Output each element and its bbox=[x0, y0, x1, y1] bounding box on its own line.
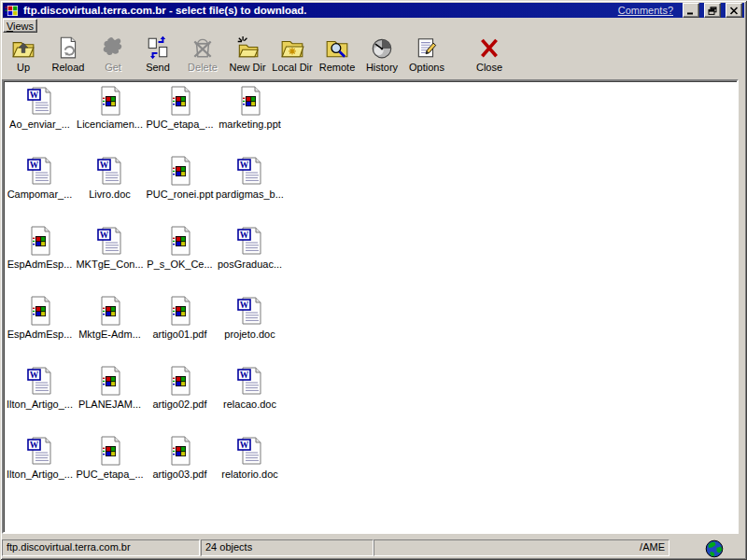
file-item[interactable]: pardigmas_b... bbox=[215, 156, 285, 226]
tb-get-icon bbox=[101, 35, 125, 60]
generic-file-icon bbox=[165, 366, 195, 396]
tb-up-icon bbox=[11, 35, 35, 60]
file-name: Ilton_Artigo_... bbox=[7, 469, 73, 480]
file-item[interactable]: marketing.ppt bbox=[215, 86, 285, 156]
tb-close-icon bbox=[477, 35, 501, 60]
toolbar: Up Reload Get Send Delete New Dir Local … bbox=[3, 34, 744, 78]
file-name: artigo01.pdf bbox=[152, 329, 206, 340]
file-name: projeto.doc bbox=[224, 329, 275, 340]
file-item[interactable]: projeto.doc bbox=[215, 296, 285, 366]
file-name: artigo02.pdf bbox=[152, 399, 206, 410]
file-item[interactable]: Ilton_Artigo_... bbox=[5, 436, 75, 506]
toolbar-button-send[interactable]: Send bbox=[137, 34, 178, 73]
tb-history-icon bbox=[370, 35, 394, 60]
word-document-icon bbox=[25, 86, 55, 116]
file-item[interactable]: Ilton_Artigo_... bbox=[5, 366, 75, 436]
file-item[interactable]: MktgE-Adm... bbox=[75, 296, 145, 366]
file-item[interactable]: Campomar_... bbox=[5, 156, 75, 226]
file-name: Ao_enviar_... bbox=[9, 119, 70, 130]
file-item[interactable]: artigo03.pdf bbox=[145, 436, 215, 506]
file-item[interactable]: Livro.doc bbox=[75, 156, 145, 226]
file-name: PUC_etapa_... bbox=[146, 119, 213, 130]
file-list: Ao_enviar_... Licenciamen... PUC_etapa_.… bbox=[2, 79, 739, 534]
word-document-icon bbox=[25, 436, 55, 466]
restore-icon bbox=[708, 7, 717, 15]
app-window: ftp.discovirtual.terra.com.br - select f… bbox=[0, 0, 747, 560]
file-name: posGraduac... bbox=[218, 259, 282, 270]
statusbar: ftp.discovirtual.terra.com.br 24 objects… bbox=[2, 539, 745, 556]
generic-file-icon bbox=[95, 296, 125, 326]
file-item[interactable]: MKTgE_Con... bbox=[75, 226, 145, 296]
word-document-icon bbox=[235, 296, 265, 326]
file-item[interactable]: PUC_etapa_... bbox=[75, 436, 145, 506]
close-window-button[interactable] bbox=[726, 3, 742, 18]
toolbar-button-local-dir[interactable]: Local Dir bbox=[272, 34, 313, 73]
file-item[interactable]: EspAdmEsp... bbox=[5, 296, 75, 366]
file-item[interactable]: Licenciamen... bbox=[75, 86, 145, 156]
generic-file-icon bbox=[95, 86, 125, 116]
file-item[interactable]: P_s_OK_Ce... bbox=[145, 226, 215, 296]
generic-file-icon bbox=[95, 366, 125, 396]
tb-send-icon bbox=[146, 35, 170, 60]
file-name: EspAdmEsp... bbox=[7, 259, 73, 270]
generic-file-icon bbox=[25, 296, 55, 326]
toolbar-button-delete: Delete bbox=[182, 34, 223, 73]
file-item[interactable]: artigo02.pdf bbox=[145, 366, 215, 436]
toolbar-button-close[interactable]: Close bbox=[469, 34, 510, 73]
file-name: marketing.ppt bbox=[218, 119, 281, 130]
restore-button[interactable] bbox=[704, 3, 721, 18]
file-name: EspAdmEsp... bbox=[7, 329, 73, 340]
toolbar-button-get: Get bbox=[92, 34, 134, 73]
tb-localdir-icon bbox=[280, 35, 304, 60]
file-item[interactable]: artigo01.pdf bbox=[145, 296, 215, 366]
file-item[interactable]: posGraduac... bbox=[215, 226, 285, 296]
file-item[interactable]: Ao_enviar_... bbox=[5, 86, 75, 156]
file-name: Campomar_... bbox=[7, 189, 73, 200]
status-host: ftp.discovirtual.terra.com.br bbox=[2, 539, 200, 556]
minimize-icon bbox=[686, 7, 696, 15]
tb-delete-icon bbox=[190, 35, 215, 60]
generic-file-icon bbox=[165, 296, 195, 326]
status-remote-path: /AME bbox=[374, 539, 669, 556]
file-name: Licenciamen... bbox=[77, 119, 143, 130]
file-item[interactable]: PLANEJAM... bbox=[75, 366, 145, 436]
menubar: Views bbox=[3, 19, 744, 34]
toolbar-button-history[interactable]: History bbox=[361, 34, 402, 73]
toolbar-button-remote[interactable]: Remote bbox=[317, 34, 358, 73]
file-name: PUC_ronei.ppt bbox=[146, 189, 213, 200]
globe-icon bbox=[705, 539, 724, 558]
tb-reload-icon bbox=[56, 35, 80, 60]
toolbar-button-up[interactable]: Up bbox=[3, 34, 44, 73]
file-item[interactable]: PUC_ronei.ppt bbox=[145, 156, 215, 226]
toolbar-button-options[interactable]: Options bbox=[406, 34, 447, 73]
status-object-count: 24 objects bbox=[201, 539, 374, 556]
file-item[interactable]: PUC_etapa_... bbox=[145, 86, 215, 156]
word-document-icon bbox=[95, 156, 125, 186]
generic-file-icon bbox=[235, 86, 265, 116]
file-name: pardigmas_b... bbox=[216, 189, 284, 200]
file-name: Livro.doc bbox=[89, 189, 131, 200]
generic-file-icon bbox=[95, 436, 125, 466]
word-document-icon bbox=[235, 366, 265, 396]
word-document-icon bbox=[235, 156, 265, 186]
file-item[interactable]: relatorio.doc bbox=[215, 436, 285, 506]
window-title: ftp.discovirtual.terra.com.br - select f… bbox=[23, 5, 307, 16]
views-menu-button[interactable]: Views bbox=[3, 19, 37, 33]
titlebar[interactable]: ftp.discovirtual.terra.com.br - select f… bbox=[3, 3, 744, 18]
tb-remote-icon bbox=[325, 35, 349, 60]
generic-file-icon bbox=[25, 226, 55, 256]
tb-options-icon bbox=[415, 35, 439, 60]
generic-file-icon bbox=[165, 226, 195, 256]
word-document-icon bbox=[235, 436, 265, 466]
toolbar-button-reload[interactable]: Reload bbox=[48, 34, 89, 73]
file-item[interactable]: relacao.doc bbox=[215, 366, 285, 436]
file-name: MktgE-Adm... bbox=[78, 329, 141, 340]
word-document-icon bbox=[95, 226, 125, 256]
comments-link[interactable]: Comments? bbox=[618, 5, 673, 16]
generic-file-icon bbox=[165, 156, 195, 186]
file-item[interactable]: EspAdmEsp... bbox=[5, 226, 75, 296]
file-name: PUC_etapa_... bbox=[76, 469, 143, 480]
word-document-icon bbox=[25, 366, 55, 396]
minimize-button[interactable] bbox=[683, 3, 699, 18]
toolbar-button-new-dir[interactable]: New Dir bbox=[227, 34, 268, 73]
